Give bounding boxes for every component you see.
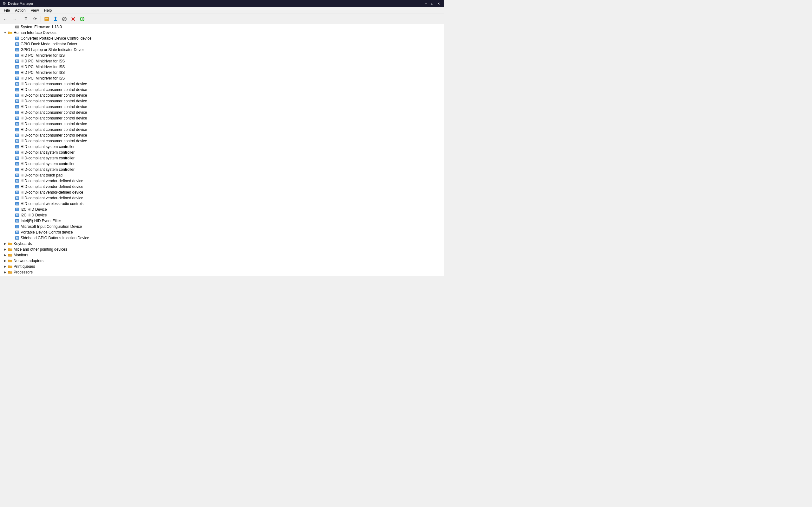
tree-item-hid-system-2[interactable]: HID-compliant system controller	[0, 150, 444, 155]
svg-rect-78	[17, 123, 18, 124]
menu-help[interactable]: Help	[42, 7, 55, 14]
tree-item-hid-system-3[interactable]: HID-compliant system controller	[0, 155, 444, 161]
menu-file[interactable]: File	[1, 7, 12, 14]
add-legacy-button[interactable]	[78, 15, 86, 23]
tree-item-hid-vendor-2[interactable]: HID-compliant vendor-defined device	[0, 184, 444, 189]
tree-item-hid-consumer-5[interactable]: HID-compliant consumer control device	[0, 104, 444, 110]
tree-item-hid-system-4[interactable]: HID-compliant system controller	[0, 161, 444, 167]
tree-item-hid-consumer-10[interactable]: HID-compliant consumer control device	[0, 132, 444, 138]
tree-item-hid-vendor-1[interactable]: HID-compliant vendor-defined device	[0, 178, 444, 184]
tree-item-hid-consumer-8[interactable]: HID-compliant consumer control device	[0, 121, 444, 127]
properties-button[interactable]	[43, 15, 51, 23]
minimize-button[interactable]: ─	[423, 1, 429, 6]
tree-item-hid-consumer-6[interactable]: HID-compliant consumer control device	[0, 110, 444, 115]
tree-item-i2c-hid-1[interactable]: I2C HID Device	[0, 207, 444, 212]
device-label-mice: Mice and other pointing devices	[14, 247, 67, 251]
tree-item-processors[interactable]: ▶ Processors	[0, 269, 444, 275]
svg-rect-59	[16, 96, 18, 96]
svg-rect-132	[15, 202, 19, 205]
uninstall-button[interactable]	[69, 15, 78, 23]
close-button[interactable]: ✕	[436, 1, 442, 6]
svg-rect-133	[16, 203, 17, 204]
svg-rect-89	[16, 140, 17, 141]
svg-rect-91	[16, 141, 18, 142]
disable-button[interactable]	[60, 15, 68, 23]
tree-item-hid-consumer-1[interactable]: HID-compliant consumer control device	[0, 81, 444, 87]
tree-item-human-interface-devices[interactable]: ▼ Human Interface Devices	[0, 30, 444, 36]
tree-item-print-queues[interactable]: ▶ Print queues	[0, 264, 444, 269]
tree-toggle-network-adapters[interactable]: ▶	[3, 258, 8, 263]
tree-item-keyboards[interactable]: ▶ Keyboards	[0, 241, 444, 246]
tree-toggle-mice[interactable]: ▶	[3, 247, 8, 252]
tree-item-hid-consumer-4[interactable]: HID-compliant consumer control device	[0, 98, 444, 104]
tree-item-hid-consumer-9[interactable]: HID-compliant consumer control device	[0, 127, 444, 132]
tree-item-hid-pci-1[interactable]: HID PCI Minidriver for ISS	[0, 53, 444, 58]
svg-rect-153	[16, 231, 17, 232]
svg-rect-114	[17, 174, 18, 175]
svg-rect-111	[16, 170, 18, 170]
device-label-intel-hid: Intel(R) HID Event Filter	[20, 219, 61, 223]
back-button[interactable]: ←	[1, 15, 9, 23]
svg-rect-98	[17, 152, 18, 152]
tree-toggle-keyboards[interactable]: ▶	[3, 241, 8, 246]
tree-toggle-security-devices[interactable]: ▶	[3, 275, 8, 276]
tree-item-mice[interactable]: ▶ Mice and other pointing devices	[0, 246, 444, 252]
tree-item-hid-system-5[interactable]: HID-compliant system controller	[0, 167, 444, 172]
show-all-button[interactable]: ☴	[22, 15, 30, 23]
forward-button[interactable]: →	[10, 15, 18, 23]
scan-button[interactable]: ⟳	[31, 15, 39, 23]
tree-item-system-firmware[interactable]: System Firmware 1.18.0	[0, 24, 444, 30]
tree-item-hid-touchpad[interactable]: HID-compliant touch pad	[0, 172, 444, 178]
device-icon-hid-system-5	[14, 167, 20, 172]
menu-view[interactable]: View	[28, 7, 42, 14]
tree-toggle-print-queues[interactable]: ▶	[3, 264, 8, 269]
tree-item-hid-consumer-3[interactable]: HID-compliant consumer control device	[0, 93, 444, 98]
tree-toggle-hid-pci-4	[9, 70, 14, 75]
svg-rect-38	[17, 66, 18, 66]
tree-item-ms-input-config[interactable]: Microsoft Input Configuration Device	[0, 224, 444, 229]
svg-rect-17	[16, 38, 17, 38]
svg-rect-131	[16, 199, 18, 199]
tree-toggle-hid-system-2	[9, 150, 14, 155]
menu-action[interactable]: Action	[12, 7, 28, 14]
tree-item-hid-consumer-2[interactable]: HID-compliant consumer control device	[0, 87, 444, 93]
svg-rect-113	[16, 174, 17, 175]
maximize-button[interactable]: □	[429, 1, 435, 6]
tree-item-hid-pci-4[interactable]: HID PCI Minidriver for ISS	[0, 70, 444, 75]
device-label-human-interface-devices: Human Interface Devices	[14, 31, 56, 35]
tree-item-hid-consumer-11[interactable]: HID-compliant consumer control device	[0, 138, 444, 144]
tree-item-hid-consumer-7[interactable]: HID-compliant consumer control device	[0, 115, 444, 121]
device-tree[interactable]: System Firmware 1.18.0▼ Human Interface …	[0, 24, 444, 276]
tree-item-gpio-laptop[interactable]: GPIO Laptop or Slate Indicator Driver	[0, 47, 444, 53]
update-driver-button[interactable]	[51, 15, 60, 23]
tree-item-portable-device-ctrl[interactable]: Portable Device Control device	[0, 229, 444, 235]
tree-item-hid-pci-5[interactable]: HID PCI Minidriver for ISS	[0, 75, 444, 81]
tree-item-hid-pci-3[interactable]: HID PCI Minidriver for ISS	[0, 64, 444, 70]
tree-item-hid-vendor-3[interactable]: HID-compliant vendor-defined device	[0, 189, 444, 195]
tree-item-intel-hid[interactable]: Intel(R) HID Event Filter	[0, 218, 444, 224]
tree-item-gpio-dock[interactable]: GPIO Dock Mode Indicator Driver	[0, 41, 444, 47]
tree-item-security-devices[interactable]: ▶ Security devices	[0, 275, 444, 276]
tree-toggle-monitors[interactable]: ▶	[3, 252, 8, 258]
svg-rect-57	[16, 95, 17, 95]
svg-rect-3	[45, 20, 47, 20]
device-icon-gpio-laptop	[14, 47, 20, 52]
svg-rect-61	[16, 100, 17, 101]
tree-toggle-human-interface-devices[interactable]: ▼	[3, 30, 8, 35]
svg-rect-77	[16, 123, 17, 124]
tree-toggle-processors[interactable]: ▶	[3, 270, 8, 275]
tree-item-hid-pci-2[interactable]: HID PCI Minidriver for ISS	[0, 58, 444, 64]
svg-rect-46	[17, 77, 18, 78]
tree-item-sideband-gpio[interactable]: Sideband GPIO Buttons Injection Device	[0, 235, 444, 241]
tree-item-hid-vendor-4[interactable]: HID-compliant vendor-defined device	[0, 195, 444, 201]
tree-item-i2c-hid-2[interactable]: I2C HID Device	[0, 212, 444, 218]
tree-item-hid-wireless[interactable]: HID-compliant wireless radio controls	[0, 201, 444, 207]
tree-item-hid-system-1[interactable]: HID-compliant system controller	[0, 144, 444, 150]
device-icon-sideband-gpio	[14, 235, 20, 240]
tree-item-monitors[interactable]: ▶ Monitors	[0, 252, 444, 258]
svg-rect-58	[17, 95, 18, 95]
device-label-hid-consumer-1: HID-compliant consumer control device	[20, 82, 87, 86]
tree-item-network-adapters[interactable]: ▶ Network adapters	[0, 258, 444, 264]
svg-rect-33	[16, 60, 17, 61]
tree-item-converted-portable[interactable]: Converted Portable Device Control device	[0, 36, 444, 41]
